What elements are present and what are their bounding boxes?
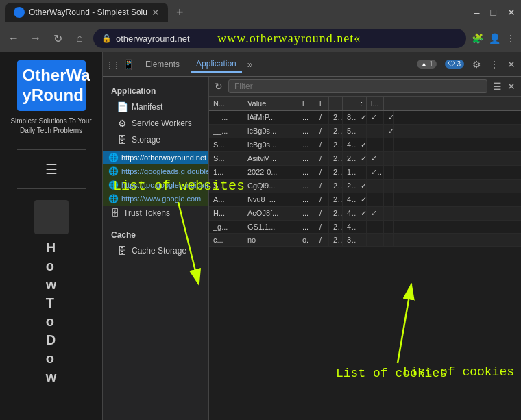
more-tabs-icon[interactable]: » [247,59,253,70]
tab-application[interactable]: Application [191,56,242,73]
tab-title: OtherWayRound - Simplest Solu [29,8,147,17]
cookie-name-2: __... [209,125,243,138]
brand-url-overlay: www.otherwayround.net« [217,32,361,46]
cookie-panel: ↻ ☰ ✕ N... Value l l : l... [209,77,521,420]
cookie-c1-1: ... [298,111,315,124]
cookie-c7-1: ✓ [384,111,394,124]
minimize-button[interactable]: – [474,7,480,18]
site-divider [17,149,86,150]
col-header-1: l [298,97,315,110]
maximize-button[interactable]: □ [491,7,496,18]
cookie-filter-input[interactable] [228,79,487,93]
content-line-3: w [46,277,57,293]
back-button[interactable]: ← [5,32,22,45]
cookie-row[interactable]: __... lcBg0s... ... / 2. 5. ✓ [209,125,521,138]
website-url-2[interactable]: https://googleads.g.doubleclick.net [121,167,209,175]
content-line-8: w [46,369,57,385]
content-line-5: o [46,314,57,330]
profile-icon[interactable]: 👤 [489,33,500,44]
close-devtools-button[interactable]: ✕ [507,59,516,70]
cookie-row[interactable]: S... CgQl9... ... / 2. 2. ✓ S. [209,180,521,193]
col-header-name: N... [209,97,243,110]
close-window-button[interactable]: ✕ [507,7,516,18]
window-controls: – □ ✕ [474,7,516,18]
website-item-googlesyndication[interactable]: 🌐 https://tpc.googlesyndication.com [103,178,208,192]
cookie-value-2: lcBg0s... [243,125,298,138]
website-item-doubleclick[interactable]: 🌐 https://googleads.g.doubleclick.net [103,164,208,178]
cookie-toolbar: ↻ ☰ ✕ [209,77,521,97]
browser-tab[interactable]: OtherWayRound - Simplest Solu ✕ [5,3,168,22]
devtools-toolbar: ⬚ 📱 Elements Application » ▲ 1 🛡 3 ⚙ ⋮ ✕ [103,52,521,77]
sidebar-item-manifest[interactable]: 📄 Manifest [103,99,208,115]
devtools-body: Application 📄 Manifest ⚙ Service Workers… [103,77,521,420]
website-url-3[interactable]: https://tpc.googlesyndication.com [121,181,209,189]
trust-tokens-icon: 🗄 [111,208,119,218]
home-button[interactable]: ⌂ [71,32,88,45]
content-line-2: o [46,258,57,274]
cookie-clear-icon[interactable]: ✕ [507,81,516,92]
hamburger-icon[interactable]: ☰ [45,161,58,177]
content-line-7: o [46,351,57,367]
main-area: OtherWa yRound Simplest Solutions To You… [0,52,521,420]
application-section-title: Application [103,82,208,99]
extensions-icon[interactable]: 🧩 [472,33,483,44]
site-thumbnail [34,200,69,234]
cookie-row[interactable]: H... AcOJ8f... ... / 2. 4. ✓ ✓ [209,207,521,221]
tab-elements[interactable]: Elements [140,57,185,72]
website-favicon-4: 🌐 [108,194,119,203]
devtools-content-area: ↻ ☰ ✕ N... Value l l : l... [209,77,521,420]
col-header-6: l... [367,97,384,110]
device-icon[interactable]: 📱 [123,59,134,70]
cookie-c2-1: / [315,111,329,124]
new-tab-button[interactable]: + [176,5,184,20]
content-line-1: H [46,240,57,256]
col-header-4 [343,97,356,110]
forward-button[interactable]: → [27,32,44,45]
trust-tokens-label: Trust Tokens [123,208,170,218]
url-text: otherwayround.net [116,34,190,44]
cursor-icon[interactable]: ⬚ [108,59,117,70]
lock-icon: 🔒 [101,34,112,43]
cookie-row[interactable]: S... AsitvM... ... / 2. 2. ✓ ✓ [209,152,521,166]
sidebar-item-storage[interactable]: 🗄 Storage [103,132,208,148]
tab-favicon [14,7,25,18]
cookie-table-header: N... Value l l : l... [209,97,521,111]
cookie-table-body: __... lAiMrP... ... / 2. 8. ✓ ✓ ✓ __... [209,111,521,247]
website-preview: OtherWa yRound Simplest Solutions To You… [0,52,103,420]
site-tagline: Simplest Solutions To Your Daily Tech Pr… [8,116,94,136]
notification-badge-2: 🛡 3 [445,60,464,69]
more-options-icon[interactable]: ⋮ [489,59,499,70]
cookie-row[interactable]: c... no o. / 2. 3. [209,234,521,247]
settings-icon[interactable]: ⚙ [472,59,481,70]
cookie-row[interactable]: 1... 2022-0... ... / 2. 1. ✓ N [209,166,521,180]
cookie-row[interactable]: _g... GS1.1... ... / 2. 4. [209,221,521,234]
manifest-icon: 📄 [117,101,128,112]
service-workers-icon: ⚙ [117,118,128,129]
devtools-sidebar: Application 📄 Manifest ⚙ Service Workers… [103,77,209,420]
storage-icon: 🗄 [117,134,128,145]
col-header-5: : [356,97,367,110]
refresh-cookies-button[interactable]: ↻ [215,81,223,92]
site-logo: OtherWa yRound [17,60,86,111]
website-item-otherwayround[interactable]: 🌐 https://otherwayround.net [103,151,208,164]
cookie-row[interactable]: S... lcBg0s... ... / 2. 4. ✓ [209,138,521,152]
site-divider-2 [17,188,86,189]
cache-storage-label: Cache Storage [132,246,186,256]
menu-icon[interactable]: ⋮ [506,33,516,44]
website-item-google[interactable]: 🌐 https://www.google.com [103,192,208,206]
cookie-c6-1: ✓ [367,111,384,124]
col-header-2: l [315,97,329,110]
cache-section-title: Cache [103,226,208,243]
sidebar-item-service-workers[interactable]: ⚙ Service Workers [103,115,208,132]
reload-button[interactable]: ↻ [49,32,66,45]
cookie-filter-icon[interactable]: ☰ [493,81,502,92]
sidebar-item-cache-storage[interactable]: 🗄 Cache Storage [103,243,208,259]
devtools-actions: ▲ 1 🛡 3 ⚙ ⋮ ✕ [417,59,516,70]
address-bar: ← → ↻ ⌂ 🔒 otherwayround.net www.otherway… [0,25,521,52]
cookie-row[interactable]: __... lAiMrP... ... / 2. 8. ✓ ✓ ✓ [209,111,521,125]
cookie-row[interactable]: A... Nvu8_... ... / 2. 4. ✓ [209,193,521,207]
website-url-4[interactable]: https://www.google.com [121,195,201,203]
tab-close-button[interactable]: ✕ [152,7,160,18]
website-url-1[interactable]: https://otherwayround.net [121,153,206,162]
trust-tokens-item[interactable]: 🗄 Trust Tokens [103,206,208,221]
